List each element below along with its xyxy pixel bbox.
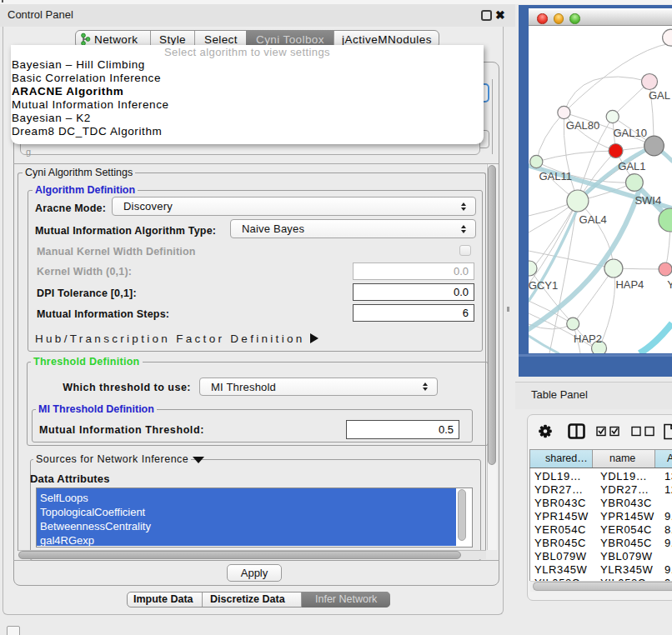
svg-text:GAL11: GAL11: [539, 170, 572, 182]
svg-text:SWI4: SWI4: [634, 194, 661, 207]
svg-text:HAP2: HAP2: [574, 332, 602, 345]
svg-text:GAL10: GAL10: [613, 127, 646, 139]
svg-text:GAL4: GAL4: [579, 213, 607, 226]
svg-text:GAL80: GAL80: [566, 119, 599, 132]
svg-text:Y: Y: [667, 278, 672, 291]
svg-text:GAL1: GAL1: [618, 160, 645, 172]
svg-text:HAP4: HAP4: [615, 278, 644, 291]
svg-text:GAL: GAL: [649, 89, 670, 102]
svg-text:GCY1: GCY1: [529, 279, 558, 292]
